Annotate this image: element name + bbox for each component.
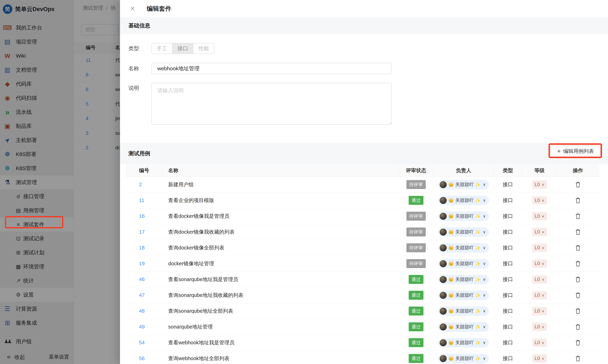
sparkle-icon: ✨ — [475, 182, 481, 187]
chevron-down-icon: ∨ — [542, 198, 544, 203]
owner-dropdown[interactable]: 👑关甜甜吖✨∨ — [438, 322, 489, 332]
delete-case-button[interactable] — [575, 308, 581, 314]
case-id-link[interactable]: 48 — [139, 308, 145, 314]
owner-dropdown[interactable]: 👑关甜甜吖✨∨ — [438, 243, 489, 253]
cell-actions — [557, 308, 599, 314]
crown-icon: 👑 — [448, 245, 454, 250]
owner-dropdown[interactable]: 👑关甜甜吖✨∨ — [438, 275, 489, 284]
level-dropdown[interactable]: L0∨ — [532, 338, 547, 347]
cell-owner: 👑关甜甜吖✨∨ — [434, 338, 494, 348]
case-id-link[interactable]: 56 — [139, 356, 145, 361]
chevron-down-icon: ∨ — [483, 325, 486, 329]
cell-review-status: 通过 — [399, 338, 434, 347]
owner-dropdown[interactable]: 👑关甜甜吖✨∨ — [438, 291, 489, 300]
delete-case-button[interactable] — [575, 324, 581, 330]
test-case-row: 2新建用户组待评审👑关甜甜吖✨∨接口L0∨ — [126, 177, 599, 193]
chevron-down-icon: ∨ — [483, 182, 486, 187]
case-id-link[interactable]: 2 — [139, 182, 142, 187]
owner-dropdown[interactable]: 👑关甜甜吖✨∨ — [438, 338, 489, 348]
owner-dropdown[interactable]: 👑关甜甜吖✨∨ — [438, 196, 489, 205]
crown-icon: 👑 — [448, 214, 454, 219]
delete-case-button[interactable] — [575, 339, 581, 346]
delete-case-button[interactable] — [575, 355, 581, 362]
cell-level: L0∨ — [522, 354, 557, 363]
level-value: L0 — [535, 340, 540, 345]
column-header-4: 类型 — [494, 164, 522, 177]
modal-backdrop[interactable] — [0, 0, 120, 364]
cell-name: 查看webhook地址我是管理员 — [163, 339, 399, 346]
test-case-row: 47查询sonarqube地址我收藏的列表通过👑关甜甜吖✨∨接口L0∨ — [126, 287, 599, 303]
type-option-perf[interactable]: 性能 — [193, 43, 214, 53]
case-id-link[interactable]: 11 — [139, 197, 144, 203]
level-dropdown[interactable]: L0∨ — [532, 212, 547, 220]
level-dropdown[interactable]: L0∨ — [532, 196, 547, 205]
cell-type: 接口 — [494, 355, 522, 362]
case-id-link[interactable]: 17 — [139, 229, 145, 235]
description-label: 说明 — [128, 83, 139, 93]
sparkle-icon: ✨ — [475, 261, 481, 266]
level-dropdown[interactable]: L0∨ — [532, 323, 547, 331]
case-name: 查看企业的项目模版 — [168, 197, 214, 204]
delete-case-button[interactable] — [575, 197, 581, 204]
level-dropdown[interactable]: L0∨ — [532, 181, 547, 189]
level-dropdown[interactable]: L0∨ — [532, 244, 547, 252]
type-option-api[interactable]: 接口 — [172, 43, 193, 53]
description-textarea[interactable] — [151, 83, 392, 125]
avatar — [440, 197, 447, 204]
level-dropdown[interactable]: L0∨ — [532, 260, 547, 268]
status-badge: 通过 — [409, 322, 423, 331]
cell-id: 11 — [126, 197, 163, 203]
case-id-link[interactable]: 47 — [139, 292, 145, 298]
delete-case-button[interactable] — [575, 260, 581, 267]
column-header-6: 操作 — [557, 164, 599, 177]
level-dropdown[interactable]: L0∨ — [532, 228, 547, 236]
level-dropdown[interactable]: L0∨ — [532, 291, 547, 299]
cell-level: L0∨ — [522, 196, 557, 205]
cell-owner: 👑关甜甜吖✨∨ — [434, 196, 494, 205]
status-badge: 待评审 — [406, 259, 426, 268]
cell-actions — [557, 339, 599, 346]
level-dropdown[interactable]: L0∨ — [532, 275, 547, 284]
delete-case-button[interactable] — [575, 276, 581, 283]
owner-dropdown[interactable]: 👑关甜甜吖✨∨ — [438, 259, 489, 268]
cell-name: 查询docker镜像全部列表 — [163, 244, 399, 251]
trash-icon — [575, 213, 581, 220]
sparkle-icon: ✨ — [475, 277, 481, 282]
level-dropdown[interactable]: L0∨ — [532, 354, 547, 363]
suite-name-input[interactable] — [151, 63, 392, 74]
case-id-link[interactable]: 18 — [139, 245, 145, 251]
delete-case-button[interactable] — [575, 292, 581, 299]
cell-review-status: 待评审 — [399, 259, 434, 268]
delete-case-button[interactable] — [575, 181, 581, 188]
case-id-link[interactable]: 16 — [139, 213, 145, 219]
status-badge: 通过 — [409, 196, 423, 205]
owner-dropdown[interactable]: 👑关甜甜吖✨∨ — [438, 306, 489, 316]
cell-type: 接口 — [494, 260, 522, 267]
type-option-manual[interactable]: 手工 — [152, 43, 172, 53]
delete-case-button[interactable] — [575, 229, 581, 235]
cell-actions — [557, 355, 599, 362]
delete-case-button[interactable] — [575, 245, 581, 251]
status-badge: 通过 — [409, 307, 423, 315]
case-id-link[interactable]: 19 — [139, 261, 145, 266]
owner-dropdown[interactable]: 👑关甜甜吖✨∨ — [438, 227, 489, 237]
level-dropdown[interactable]: L0∨ — [532, 307, 547, 315]
delete-case-button[interactable] — [575, 213, 581, 220]
case-id-link[interactable]: 54 — [139, 340, 145, 346]
cell-level: L0∨ — [522, 291, 557, 299]
trash-icon — [575, 276, 581, 283]
owner-dropdown[interactable]: 👑关甜甜吖✨∨ — [438, 354, 489, 363]
cell-id: 47 — [126, 292, 163, 298]
section-test-cases: 测试用例 — [120, 143, 608, 164]
edit-case-list-button[interactable]: + 编辑用例列表 — [551, 146, 600, 157]
status-badge: 待评审 — [406, 243, 426, 252]
owner-dropdown[interactable]: 👑关甜甜吖✨∨ — [438, 211, 489, 221]
owner-name: 关甜甜吖 — [455, 245, 474, 251]
owner-dropdown[interactable]: 👑关甜甜吖✨∨ — [438, 180, 489, 189]
test-case-row: 17查询docker镜像我收藏的列表待评审👑关甜甜吖✨∨接口L0∨ — [126, 224, 599, 240]
close-icon[interactable]: × — [130, 0, 135, 17]
case-id-link[interactable]: 49 — [139, 324, 145, 330]
case-id-link[interactable]: 46 — [139, 276, 145, 282]
case-name: 查询sonarqube地址全部列表 — [168, 308, 233, 315]
case-type: 接口 — [503, 355, 513, 362]
